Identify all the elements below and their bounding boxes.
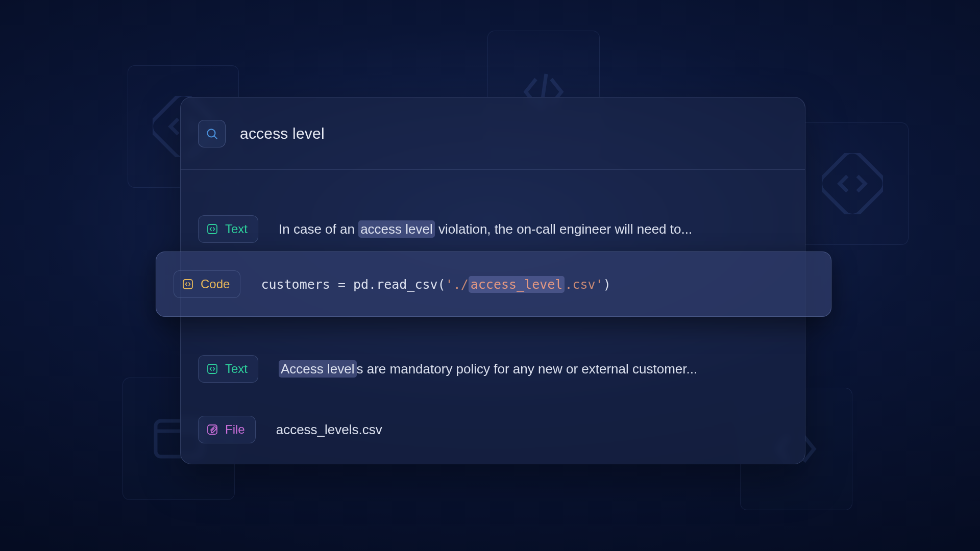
code-brackets-icon: [181, 278, 194, 291]
search-icon: [198, 120, 226, 147]
match-highlight: access_level: [469, 276, 565, 293]
search-row[interactable]: access level: [181, 97, 805, 170]
search-input[interactable]: access level: [240, 125, 325, 142]
badge-label: File: [225, 422, 245, 437]
svg-rect-1: [822, 153, 883, 214]
results-list: Text In case of an access level violatio…: [181, 170, 805, 458]
search-palette: access level Text In case of an access l…: [180, 97, 805, 464]
svg-rect-6: [208, 364, 217, 373]
badge-label: Text: [225, 362, 248, 376]
bg-card-decor: [796, 122, 909, 245]
svg-rect-5: [183, 280, 192, 289]
badge-label: Text: [225, 222, 248, 236]
badge-label: Code: [201, 277, 230, 291]
result-snippet: In case of an access level violation, th…: [279, 221, 692, 237]
result-row-code-selected[interactable]: Code customers = pd.read_csv('./access_l…: [156, 252, 831, 317]
svg-rect-4: [208, 224, 217, 234]
attachment-icon: [206, 423, 219, 436]
result-row-file[interactable]: File access_levels.csv: [181, 402, 805, 458]
match-highlight: access level: [358, 220, 435, 238]
badge-code: Code: [174, 270, 240, 298]
result-row-text[interactable]: Text Access levels are mandatory policy …: [181, 336, 805, 402]
match-highlight: Access level: [279, 360, 357, 378]
result-filename: access_levels.csv: [276, 422, 382, 438]
result-snippet-code: customers = pd.read_csv('./access_level.…: [261, 277, 610, 292]
badge-text: Text: [198, 215, 258, 243]
badge-text: Text: [198, 355, 258, 383]
badge-file: File: [198, 416, 256, 443]
result-snippet: Access levels are mandatory policy for a…: [279, 361, 697, 377]
code-brackets-icon: [206, 362, 219, 375]
code-brackets-icon: [206, 222, 219, 236]
svg-point-3: [207, 129, 215, 137]
